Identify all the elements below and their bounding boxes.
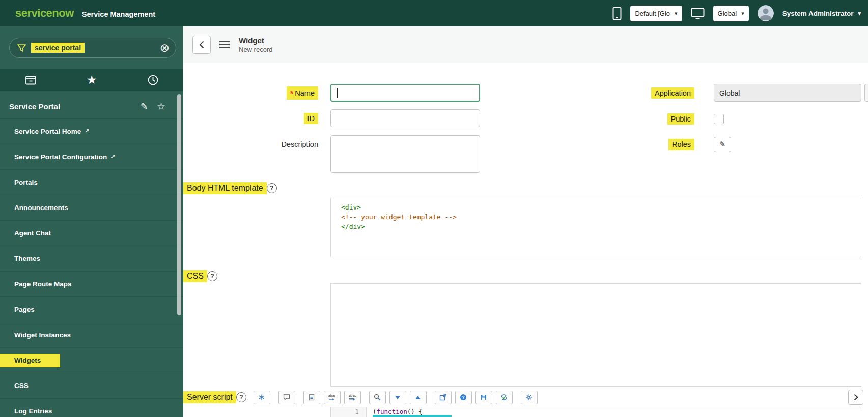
body-html-editor[interactable]: <div> <!-- your widget template --> </di… [330, 198, 861, 257]
open-popup-button[interactable] [435, 391, 452, 404]
pencil-icon[interactable]: ✎ [141, 101, 148, 112]
all-applications-icon [25, 75, 37, 85]
replace-icon: abac [328, 394, 335, 401]
save-icon [480, 394, 487, 401]
document-outline-icon [308, 394, 315, 401]
next-pane-button[interactable] [848, 390, 863, 405]
servicenow-logo[interactable]: servicenow [15, 7, 74, 20]
description-field-row: Description [183, 135, 480, 173]
mandatory-icon: * [290, 89, 294, 99]
svg-text:ac: ac [353, 394, 356, 397]
sidebar-item-announcements[interactable]: Announcements [0, 195, 183, 221]
sidebar-item-page-route-maps[interactable]: Page Route Maps [0, 272, 183, 297]
tab-all-applications[interactable] [0, 69, 61, 91]
server-script-editor[interactable]: 1 (function() { [330, 407, 861, 417]
sidebar-item-service-portal-home[interactable]: Service Portal Home↗ [0, 119, 183, 144]
star-outline-icon[interactable]: ☆ [157, 101, 165, 112]
editor-help-button[interactable]: ? [455, 391, 472, 404]
help-icon[interactable]: ? [207, 271, 217, 281]
next-pane-icon [854, 394, 858, 401]
user-avatar[interactable] [758, 5, 774, 21]
sidebar-scrollbar[interactable] [177, 94, 181, 315]
application-scope-value: Global [718, 10, 737, 17]
id-field-row: ID [183, 109, 480, 127]
product-title: Service Management [82, 10, 155, 18]
servicenow-window: servicenow Service Management Default [G… [0, 0, 868, 417]
sidebar-item-portals[interactable]: Portals [0, 170, 183, 195]
history-icon [147, 74, 159, 86]
back-icon [199, 41, 204, 49]
svg-text:ab: ab [328, 394, 332, 397]
syntax-check-icon [500, 394, 508, 401]
help-icon[interactable]: ? [267, 183, 277, 193]
body-html-label: Body HTML template [183, 182, 267, 194]
id-input[interactable] [330, 109, 480, 127]
toggle-comment-button[interactable] [278, 391, 295, 404]
find-next-button[interactable] [389, 391, 406, 404]
code-line: <div> [341, 202, 861, 212]
public-checkbox[interactable] [714, 114, 724, 124]
replace-button[interactable]: abac [324, 391, 341, 404]
user-menu[interactable]: System Administrator ▾ [782, 10, 861, 17]
text-cursor [337, 88, 338, 98]
update-set-picker[interactable]: Default [Glo ▾ [630, 6, 682, 21]
css-editor[interactable] [330, 283, 861, 387]
sidebar-item-log-entries[interactable]: Log Entries [0, 399, 183, 417]
header-controls: Default [Glo ▾ Global ▾ System Administr… [612, 5, 861, 21]
format-code-button[interactable] [254, 391, 270, 404]
clear-search-icon[interactable]: ⊗ [160, 42, 170, 54]
name-input[interactable] [330, 84, 480, 102]
document-button[interactable] [303, 391, 320, 404]
presentation-button[interactable] [691, 8, 705, 19]
back-button[interactable] [192, 36, 211, 54]
filter-text[interactable]: service portal [31, 43, 85, 53]
find-previous-button[interactable] [410, 391, 427, 404]
sidebar-item-agent-chat[interactable]: Agent Chat [0, 221, 183, 246]
sidebar-item-widgets[interactable]: Widgets [0, 348, 183, 373]
connect-chat-icon [612, 7, 622, 20]
navigator-filter-input[interactable]: service portal ⊗ [9, 38, 176, 58]
tab-favorites[interactable]: ★ [61, 69, 122, 91]
tab-history[interactable] [122, 69, 183, 91]
chevron-down-icon: ▾ [741, 10, 744, 17]
css-label: CSS [183, 270, 207, 282]
code-line: </div> [341, 222, 861, 231]
search-icon [374, 394, 381, 401]
record-header: Widget New record [183, 26, 868, 63]
find-previous-icon [414, 394, 422, 401]
search-button[interactable] [369, 391, 386, 404]
replace-all-button[interactable]: abac [344, 391, 361, 404]
external-link-icon: ↗ [110, 153, 115, 159]
form-context-menu-icon [219, 40, 230, 49]
brand: servicenow Service Management [15, 7, 155, 20]
sidebar-item-css[interactable]: CSS [0, 373, 183, 399]
edit-roles-button[interactable]: ✎ [714, 137, 731, 152]
navigator-tabs: ★ [0, 69, 183, 91]
help-icon[interactable]: ? [236, 392, 246, 402]
application-navigator: service portal ⊗ ★ Service Portal ✎ ☆ Se… [0, 26, 183, 417]
content-frame: Widget New record *Name ID [183, 26, 868, 417]
svg-text:?: ? [462, 395, 465, 400]
sidebar-item-pages[interactable]: Pages [0, 297, 183, 322]
help-icon: ? [460, 394, 467, 401]
server-script-label: Server script [183, 391, 236, 403]
description-input[interactable] [330, 135, 480, 173]
editor-settings-button[interactable] [521, 391, 538, 404]
format-code-icon [258, 394, 265, 401]
connect-chat-button[interactable] [612, 7, 622, 20]
id-label: ID [183, 113, 318, 124]
syntax-check-button[interactable] [496, 391, 513, 404]
form-context-menu-button[interactable] [219, 40, 230, 49]
sidebar-item-service-portal-configuration[interactable]: Service Portal Configuration↗ [0, 144, 183, 170]
record-form: *Name ID Description Applic [183, 63, 868, 417]
sidebar-item-themes[interactable]: Themes [0, 246, 183, 272]
application-scope-picker[interactable]: Global ▾ [713, 6, 749, 21]
line-number-gutter: 1 [331, 407, 367, 417]
sidebar-item-widget-instances[interactable]: Widget Instances [0, 322, 183, 348]
application-reference-button[interactable] [864, 84, 868, 102]
application-label: Application [593, 87, 694, 99]
application-field-row: Application Global [593, 84, 861, 102]
script-editor-toolbar: abac abac [254, 391, 538, 404]
save-button[interactable] [475, 391, 492, 404]
public-label: Public [593, 113, 694, 125]
